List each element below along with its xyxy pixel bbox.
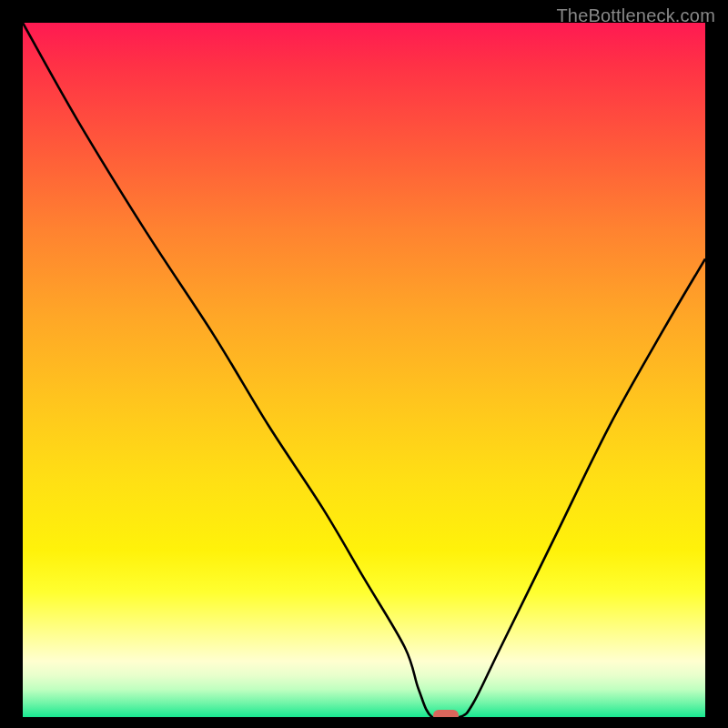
frame-left [0, 0, 23, 728]
watermark-text: TheBottleneck.com [556, 5, 715, 26]
curve-svg [23, 23, 705, 717]
bottleneck-curve-path [23, 23, 705, 717]
plot-area [23, 23, 705, 717]
minimum-marker [433, 710, 459, 717]
frame-right [705, 0, 728, 728]
frame-bottom [0, 717, 728, 728]
